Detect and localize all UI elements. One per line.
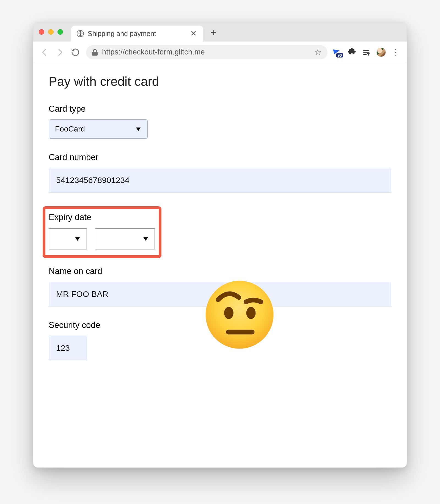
- forward-button[interactable]: [55, 48, 65, 57]
- name-on-card-input[interactable]: MR FOO BAR: [49, 282, 391, 306]
- svg-point-5: [246, 307, 256, 319]
- address-bar-url: https://checkout-form.glitch.me: [102, 48, 205, 56]
- chevron-down-icon: ▼: [134, 125, 142, 133]
- card-number-label: Card number: [49, 152, 391, 162]
- new-tab-button[interactable]: ＋: [209, 27, 218, 37]
- window-maximize-button[interactable]: [57, 29, 63, 35]
- security-code-input[interactable]: 123: [49, 336, 87, 360]
- field-card-number: Card number 5412345678901234: [49, 152, 391, 193]
- window-traffic-lights: [39, 29, 63, 35]
- back-button[interactable]: [40, 48, 49, 57]
- browser-menu-button[interactable]: ⋮: [392, 48, 400, 57]
- profile-avatar[interactable]: [376, 48, 386, 57]
- card-type-select[interactable]: FooCard ▼: [49, 119, 148, 139]
- reload-button[interactable]: [71, 48, 80, 57]
- security-code-value: 123: [56, 343, 70, 353]
- field-security-code: Security code 123: [49, 320, 391, 360]
- browser-tab-active[interactable]: Shipping and payment ✕: [71, 26, 203, 42]
- expiry-highlight-box: Expiry date ▼ ▼: [43, 206, 161, 258]
- window-minimize-button[interactable]: [48, 29, 54, 35]
- window-close-button[interactable]: [39, 29, 44, 35]
- name-on-card-label: Name on card: [49, 266, 391, 276]
- address-bar[interactable]: https://checkout-form.glitch.me ☆: [86, 45, 328, 59]
- browser-window: Shipping and payment ✕ ＋ https://checkou…: [33, 22, 407, 468]
- card-type-value: FooCard: [55, 125, 85, 133]
- expiry-month-select[interactable]: ▼: [49, 228, 87, 250]
- chevron-down-icon: ▼: [142, 235, 150, 242]
- expiry-year-select[interactable]: ▼: [95, 228, 155, 250]
- extensions-icon[interactable]: [348, 47, 356, 57]
- browser-toolbar: https://checkout-form.glitch.me ☆ 90 ⋮: [33, 42, 407, 63]
- tab-close-button[interactable]: ✕: [190, 30, 197, 37]
- page-viewport: Pay with credit card Card type FooCard ▼…: [33, 63, 407, 467]
- tab-strip: Shipping and payment ✕ ＋: [33, 22, 407, 42]
- card-number-input[interactable]: 5412345678901234: [49, 168, 391, 193]
- field-card-type: Card type FooCard ▼: [49, 104, 391, 139]
- page-title: Pay with credit card: [49, 74, 391, 89]
- security-code-label: Security code: [49, 320, 391, 330]
- globe-icon: [77, 30, 84, 37]
- chevron-down-icon: ▼: [74, 235, 81, 242]
- lighthouse-extension-icon[interactable]: 90: [334, 48, 342, 56]
- toolbar-right-cluster: 90 ⋮: [334, 47, 400, 57]
- tab-title: Shipping and payment: [88, 30, 156, 38]
- expiry-row: ▼ ▼: [49, 228, 155, 250]
- field-name-on-card: Name on card MR FOO BAR: [49, 266, 391, 306]
- lighthouse-score-badge: 90: [336, 53, 343, 57]
- card-type-label: Card type: [49, 104, 391, 114]
- svg-point-4: [224, 307, 233, 319]
- lock-icon: [92, 49, 98, 56]
- reading-list-icon[interactable]: [362, 48, 370, 56]
- card-number-value: 5412345678901234: [56, 176, 130, 185]
- name-on-card-value: MR FOO BAR: [56, 289, 108, 299]
- expiry-label: Expiry date: [49, 212, 155, 222]
- bookmark-star-icon[interactable]: ☆: [314, 47, 321, 57]
